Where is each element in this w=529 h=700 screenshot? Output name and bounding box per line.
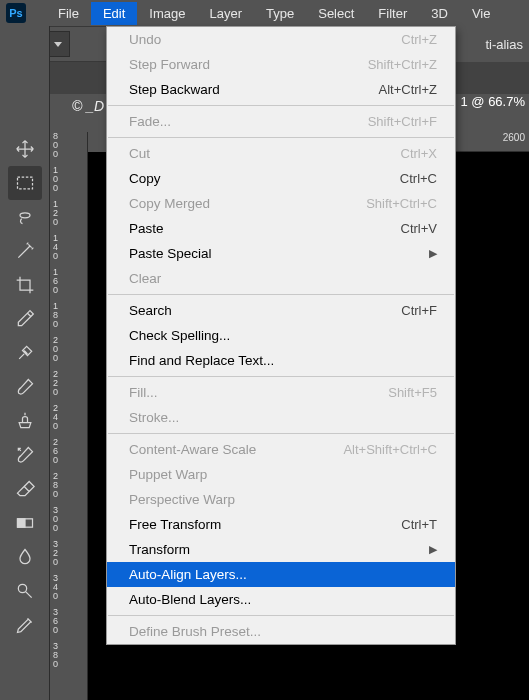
crop-tool[interactable] (8, 268, 42, 302)
eraser-tool[interactable] (8, 472, 42, 506)
lasso-tool[interactable] (8, 200, 42, 234)
menu-bar: Ps FileEditImageLayerTypeSelectFilter3DV… (0, 0, 529, 26)
document-tab[interactable]: © _D (72, 98, 104, 114)
menu-type[interactable]: Type (254, 2, 306, 25)
clone-stamp-tool[interactable] (8, 404, 42, 438)
menu-select[interactable]: Select (306, 2, 366, 25)
blur-tool[interactable] (8, 540, 42, 574)
menu-item-auto-align-layers[interactable]: Auto-Align Layers... (107, 562, 455, 587)
menu-item-step-backward[interactable]: Step BackwardAlt+Ctrl+Z (107, 77, 455, 102)
history-brush-tool[interactable] (8, 438, 42, 472)
menu-item-stroke: Stroke... (107, 405, 455, 430)
menu-filter[interactable]: Filter (366, 2, 419, 25)
magic-wand-tool[interactable] (8, 234, 42, 268)
menu-item-puppet-warp: Puppet Warp (107, 462, 455, 487)
menu-item-find-and-replace-text[interactable]: Find and Replace Text... (107, 348, 455, 373)
menu-separator (108, 105, 454, 106)
menu-item-check-spelling[interactable]: Check Spelling... (107, 323, 455, 348)
healing-brush-tool[interactable] (8, 336, 42, 370)
menu-3d[interactable]: 3D (419, 2, 460, 25)
menu-separator (108, 137, 454, 138)
menu-item-define-brush-preset: Define Brush Preset... (107, 619, 455, 644)
menu-item-copy[interactable]: CopyCtrl+C (107, 166, 455, 191)
menu-item-copy-merged: Copy MergedShift+Ctrl+C (107, 191, 455, 216)
menu-separator (108, 615, 454, 616)
menu-separator (108, 294, 454, 295)
menu-item-perspective-warp: Perspective Warp (107, 487, 455, 512)
menu-file[interactable]: File (46, 2, 91, 25)
eyedropper-tool[interactable] (8, 302, 42, 336)
menu-separator (108, 433, 454, 434)
menu-item-clear: Clear (107, 266, 455, 291)
menu-item-paste-special[interactable]: Paste Special▶ (107, 241, 455, 266)
pen-tool[interactable] (8, 608, 42, 642)
menu-item-paste[interactable]: PasteCtrl+V (107, 216, 455, 241)
marquee-tool[interactable] (8, 166, 42, 200)
edit-menu-dropdown: UndoCtrl+ZStep ForwardShift+Ctrl+ZStep B… (106, 26, 456, 645)
antialias-label-fragment: ti-alias (454, 26, 529, 62)
menu-edit[interactable]: Edit (91, 2, 137, 25)
app-logo: Ps (6, 3, 26, 23)
menu-item-free-transform[interactable]: Free TransformCtrl+T (107, 512, 455, 537)
brush-tool[interactable] (8, 370, 42, 404)
zoom-level: 1 @ 66.7% (457, 94, 529, 109)
tool-palette (0, 132, 50, 642)
svg-point-3 (18, 584, 26, 592)
svg-rect-2 (18, 519, 26, 527)
menu-item-fade: Fade...Shift+Ctrl+F (107, 109, 455, 134)
submenu-arrow-icon: ▶ (429, 247, 437, 260)
menu-item-fill: Fill...Shift+F5 (107, 380, 455, 405)
dodge-tool[interactable] (8, 574, 42, 608)
submenu-arrow-icon: ▶ (429, 543, 437, 556)
menu-item-cut: CutCtrl+X (107, 141, 455, 166)
menu-item-auto-blend-layers[interactable]: Auto-Blend Layers... (107, 587, 455, 612)
menu-image[interactable]: Image (137, 2, 197, 25)
menu-item-content-aware-scale: Content-Aware ScaleAlt+Shift+Ctrl+C (107, 437, 455, 462)
svg-rect-0 (18, 177, 33, 189)
menu-separator (108, 376, 454, 377)
gradient-tool[interactable] (8, 506, 42, 540)
menu-layer[interactable]: Layer (198, 2, 255, 25)
menu-item-transform[interactable]: Transform▶ (107, 537, 455, 562)
menu-item-undo: UndoCtrl+Z (107, 27, 455, 52)
move-tool[interactable] (8, 132, 42, 166)
menu-vie[interactable]: Vie (460, 2, 503, 25)
menu-item-step-forward: Step ForwardShift+Ctrl+Z (107, 52, 455, 77)
vertical-ruler: 8001001201401601802002202402602803003203… (50, 132, 88, 700)
menu-item-search[interactable]: SearchCtrl+F (107, 298, 455, 323)
chevron-down-icon (54, 42, 62, 47)
